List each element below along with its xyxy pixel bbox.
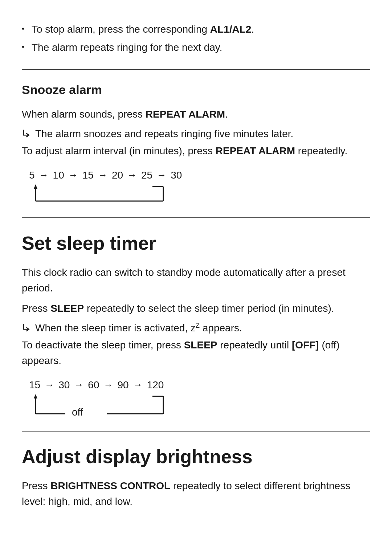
bullet-section: • To stop alarm, press the corresponding… [22,15,370,70]
seq-15: 15 [82,168,94,183]
seq-15: 15 [29,377,40,393]
sleep-para2: Press SLEEP repeatedly to select the sle… [22,301,370,316]
bullet-dot: • [22,41,24,52]
svg-marker-6 [34,394,37,398]
snooze-sequence-row: 5 → 10 → 15 → 20 → 25 → 30 [29,168,370,183]
sleep-bold-1: SLEEP [50,303,84,314]
snooze-para2: To adjust alarm interval (in minutes), p… [22,143,370,159]
sleep-bold-2: SLEEP [184,339,217,351]
sleep-section: Set sleep timer This clock radio can swi… [22,218,370,432]
bullet-text-1: To stop alarm, press the corresponding A… [32,22,254,37]
sleep-diagram: 15 → 30 → 60 → 90 → 120 off [29,377,370,416]
repeat-alarm-bold-1: REPEAT ALARM [146,109,225,120]
seq-30: 30 [171,168,182,183]
seq-30: 30 [58,377,70,393]
bullet-dot: • [22,23,24,34]
brightness-para1: Press BRIGHTNESS CONTROL repeatedly to s… [22,478,370,510]
seq-5: 5 [29,168,35,183]
repeat-alarm-bold-2: REPEAT ALARM [216,145,295,156]
sleep-para3: To deactivate the sleep timer, press SLE… [22,337,370,369]
snooze-result-text: The alarm snoozes and repeats ringing fi… [35,126,293,142]
sleep-para1: This clock radio can switch to standby m… [22,265,370,296]
result-arrow: ↳ [20,320,32,336]
sleep-loop-svg: off [29,393,167,416]
seq-25: 25 [141,168,152,183]
bullet-list: • To stop alarm, press the corresponding… [22,22,370,55]
brightness-section: Adjust display brightness Press BRIGHTNE… [22,432,370,525]
snooze-section: Snooze alarm When alarm sounds, press RE… [22,70,370,218]
svg-marker-1 [34,184,37,189]
brightness-title: Adjust display brightness [22,442,370,471]
bullet-text-2: The alarm repeats ringing for the next d… [32,40,222,55]
snooze-title: Snooze alarm [22,81,370,99]
sleep-result-text: When the sleep timer is activated, zZ ap… [35,320,242,336]
seq-90: 90 [117,377,128,393]
sleep-sequence-row: 15 → 30 → 60 → 90 → 120 [29,377,370,393]
result-arrow: ↳ [20,126,32,142]
sleep-result1: ↳ When the sleep timer is activated, zZ … [22,320,370,336]
snooze-para1: When alarm sounds, press REPEAT ALARM. [22,106,370,122]
snooze-diagram: 5 → 10 → 15 → 20 → 25 → 30 [29,168,370,203]
seq-20: 20 [112,168,123,183]
list-item: • The alarm repeats ringing for the next… [22,40,370,55]
snooze-loop-svg [29,183,167,203]
zz-super: Z [196,322,200,329]
snooze-result1: ↳ The alarm snoozes and repeats ringing … [22,126,370,142]
sleep-title: Set sleep timer [22,229,370,257]
brightness-bold: BRIGHTNESS CONTROL [50,480,170,491]
seq-60: 60 [88,377,99,393]
list-item: • To stop alarm, press the corresponding… [22,22,370,37]
off-bold: [OFF] [292,339,319,351]
seq-120: 120 [147,377,164,393]
seq-10: 10 [53,168,64,183]
al-bold: AL1/AL2 [210,24,252,35]
svg-text:off: off [72,406,83,416]
